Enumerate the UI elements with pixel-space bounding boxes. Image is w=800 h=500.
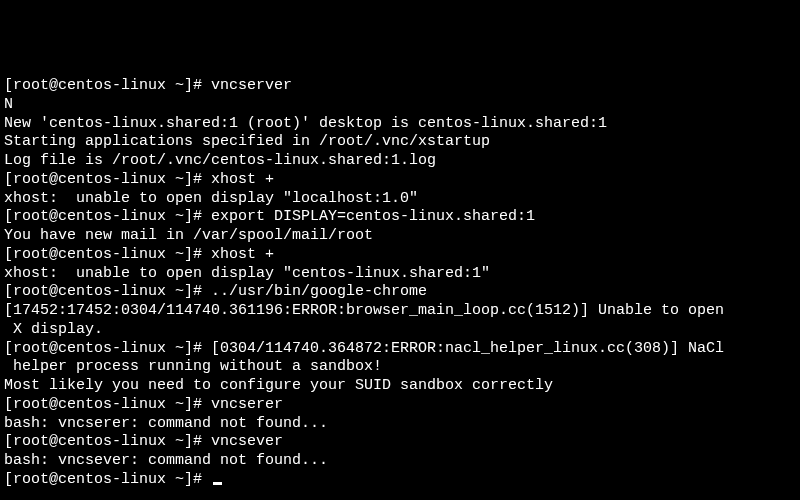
terminal-line: New 'centos-linux.shared:1 (root)' deskt… — [4, 115, 796, 134]
terminal-line: Most likely you need to configure your S… — [4, 377, 796, 396]
terminal-line: [root@centos-linux ~]# — [4, 471, 796, 490]
terminal-line: [root@centos-linux ~]# [0304/114740.3648… — [4, 340, 796, 359]
terminal-line: [root@centos-linux ~]# xhost + — [4, 171, 796, 190]
terminal-line: [root@centos-linux ~]# vncserer — [4, 396, 796, 415]
terminal-line: X display. — [4, 321, 796, 340]
terminal-line: bash: vncsever: command not found... — [4, 452, 796, 471]
terminal-line: Starting applications specified in /root… — [4, 133, 796, 152]
terminal-line: xhost: unable to open display "localhost… — [4, 190, 796, 209]
terminal-line: [root@centos-linux ~]# vncsever — [4, 433, 796, 452]
terminal-line: [17452:17452:0304/114740.361196:ERROR:br… — [4, 302, 796, 321]
terminal-output[interactable]: [root@centos-linux ~]# vncserverNNew 'ce… — [4, 77, 796, 490]
terminal-line: helper process running without a sandbox… — [4, 358, 796, 377]
terminal-line: bash: vncserer: command not found... — [4, 415, 796, 434]
cursor-icon — [213, 482, 222, 485]
terminal-line: Log file is /root/.vnc/centos-linux.shar… — [4, 152, 796, 171]
terminal-line: N — [4, 96, 796, 115]
terminal-line: xhost: unable to open display "centos-li… — [4, 265, 796, 284]
terminal-line: [root@centos-linux ~]# vncserver — [4, 77, 796, 96]
terminal-line: You have new mail in /var/spool/mail/roo… — [4, 227, 796, 246]
terminal-line: [root@centos-linux ~]# export DISPLAY=ce… — [4, 208, 796, 227]
terminal-line: [root@centos-linux ~]# xhost + — [4, 246, 796, 265]
terminal-line: [root@centos-linux ~]# ../usr/bin/google… — [4, 283, 796, 302]
